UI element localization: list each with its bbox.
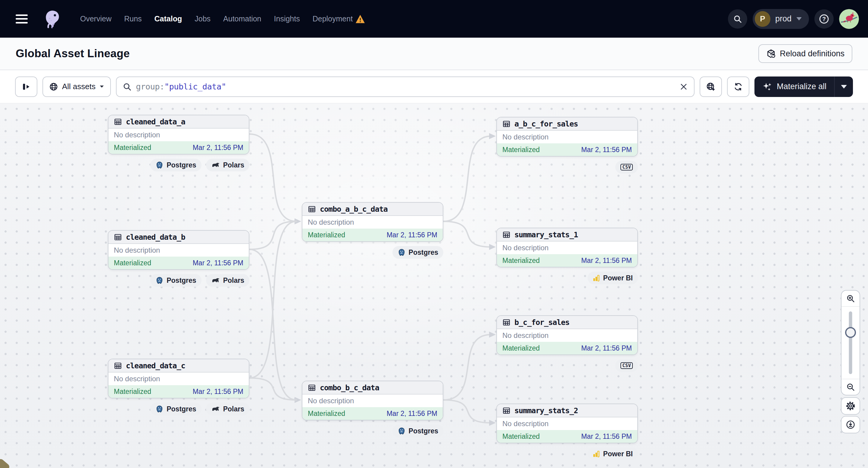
reload-definitions-label: Reload definitions xyxy=(780,49,844,58)
asset-timestamp[interactable]: Mar 2, 11:56 PM xyxy=(387,410,437,418)
polars-tag[interactable]: Polars xyxy=(206,159,249,171)
zoom-in-icon xyxy=(846,294,855,303)
table-icon xyxy=(502,231,510,239)
asset-tags-combo_a_b_c_data: Postgres xyxy=(302,246,443,259)
hamburger-menu-icon[interactable] xyxy=(16,14,28,24)
nav-item-catalog[interactable]: Catalog xyxy=(155,14,182,23)
asset-tags-cleaned_data_b: Postgres Polars xyxy=(108,274,249,287)
materialize-all-button[interactable]: Materialize all xyxy=(754,76,834,97)
asset-timestamp[interactable]: Mar 2, 11:56 PM xyxy=(387,231,437,239)
tag-label: Postgres xyxy=(166,405,196,413)
asset-status-row: Materialized Mar 2, 11:56 PM xyxy=(302,228,443,241)
deployment-switcher[interactable]: P prod xyxy=(753,9,809,29)
nav-item-overview[interactable]: Overview xyxy=(80,14,112,23)
chevron-down-icon xyxy=(796,17,802,21)
search-icon xyxy=(733,14,742,24)
edge-cleaned_data_b-to-combo_b_c_data xyxy=(249,249,297,400)
reload-definitions-button[interactable]: Reload definitions xyxy=(758,44,852,63)
deployment-warning-icon[interactable] xyxy=(355,14,365,24)
postgres-tag[interactable]: Postgres xyxy=(150,274,201,287)
dagster-logo[interactable] xyxy=(42,8,62,30)
asset-node-cleaned_data_c[interactable]: cleaned_data_c No description Materializ… xyxy=(108,359,249,399)
postgres-tag[interactable]: Postgres xyxy=(150,159,201,171)
asset-timestamp[interactable]: Mar 2, 11:56 PM xyxy=(581,344,632,352)
download-graph-button[interactable] xyxy=(841,416,860,433)
tag-label: Polars xyxy=(223,405,244,413)
graph-settings-button[interactable] xyxy=(841,397,860,415)
asset-search-input[interactable]: group:"public_data" xyxy=(116,76,694,97)
user-avatar[interactable] xyxy=(839,9,859,29)
asset-name: combo_b_c_data xyxy=(320,383,379,392)
reload-cube-icon xyxy=(766,49,776,58)
asset-status: Materialized xyxy=(308,231,345,239)
zoom-out-button[interactable] xyxy=(841,379,860,395)
asset-status: Materialized xyxy=(114,387,151,396)
edge-combo_b_c_data-to-b_c_for_sales xyxy=(443,335,491,400)
asset-timestamp[interactable]: Mar 2, 11:56 PM xyxy=(581,257,632,265)
lineage-toolbar: All assets group:"public_data" xyxy=(0,70,868,103)
asset-timestamp[interactable]: Mar 2, 11:56 PM xyxy=(193,387,243,396)
asset-timestamp[interactable]: Mar 2, 11:56 PM xyxy=(581,433,632,441)
nav-item-insights[interactable]: Insights xyxy=(274,14,300,23)
nav-item-automation[interactable]: Automation xyxy=(223,14,261,23)
asset-node-combo_b_c_data[interactable]: combo_b_c_data No description Materializ… xyxy=(302,381,443,420)
globe-icon xyxy=(49,82,58,91)
powerbi-icon xyxy=(593,274,600,282)
table-icon xyxy=(502,318,510,326)
csv-tag[interactable]: CSV xyxy=(615,359,638,372)
asset-node-summary_stats_2[interactable]: summary_stats_2 No description Materiali… xyxy=(496,404,638,443)
asset-node-b_c_for_sales[interactable]: b_c_for_sales No description Materialize… xyxy=(496,315,638,355)
polars-tag[interactable]: Polars xyxy=(206,274,249,287)
edge-arrowhead xyxy=(489,244,496,250)
tag-label: Postgres xyxy=(409,427,438,435)
nav-item-runs[interactable]: Runs xyxy=(124,14,142,23)
asset-node-summary_stats_1[interactable]: summary_stats_1 No description Materiali… xyxy=(496,228,638,268)
postgres-icon xyxy=(398,427,406,435)
asset-node-a_b_c_for_sales[interactable]: a_b_c_for_sales No description Materiali… xyxy=(496,117,638,157)
zoom-slider-track[interactable] xyxy=(849,311,852,374)
asset-description: No description xyxy=(497,131,637,143)
asset-timestamp[interactable]: Mar 2, 11:56 PM xyxy=(193,144,243,152)
open-sidebar-button[interactable] xyxy=(15,76,37,97)
asset-tags-cleaned_data_c: Postgres Polars xyxy=(108,403,249,415)
postgres-tag[interactable]: Postgres xyxy=(150,403,201,415)
asset-description: No description xyxy=(108,373,249,385)
asset-description: No description xyxy=(302,395,443,407)
help-button[interactable]: ? xyxy=(814,9,834,29)
materialize-all-label: Materialize all xyxy=(777,82,827,91)
edge-cleaned_data_a-to-combo_a_b_c_data xyxy=(249,134,297,221)
postgres-tag[interactable]: Postgres xyxy=(393,425,443,437)
powerbi-tag[interactable]: Power BI xyxy=(588,447,638,460)
clear-search-button[interactable] xyxy=(679,83,688,91)
new-asset-button[interactable] xyxy=(700,76,722,97)
global-search-button[interactable] xyxy=(728,9,747,29)
asset-description: No description xyxy=(108,129,249,141)
edge-combo_b_c_data-to-summary_stats_2 xyxy=(443,400,491,423)
table-icon xyxy=(502,407,510,415)
zoom-slider[interactable] xyxy=(841,307,860,379)
postgres-tag[interactable]: Postgres xyxy=(393,246,443,259)
zoom-slider-handle[interactable] xyxy=(845,327,856,338)
nav-item-jobs[interactable]: Jobs xyxy=(194,14,211,23)
refresh-button[interactable] xyxy=(727,76,749,97)
asset-timestamp[interactable]: Mar 2, 11:56 PM xyxy=(581,146,632,154)
asset-timestamp[interactable]: Mar 2, 11:56 PM xyxy=(193,259,243,267)
table-icon xyxy=(502,120,510,128)
nav-item-deployment[interactable]: Deployment xyxy=(313,14,353,23)
edge-cleaned_data_c-to-combo_b_c_data xyxy=(249,378,297,400)
csv-tag[interactable]: CSV xyxy=(615,161,638,174)
materialize-options-button[interactable] xyxy=(834,76,853,97)
powerbi-tag[interactable]: Power BI xyxy=(588,272,638,284)
asset-node-cleaned_data_b[interactable]: cleaned_data_b No description Materializ… xyxy=(108,230,249,270)
lineage-graph-canvas[interactable]: cleaned_data_a No description Materializ… xyxy=(0,103,868,468)
asset-name: cleaned_data_a xyxy=(126,118,185,126)
asset-scope-dropdown[interactable]: All assets xyxy=(42,76,111,97)
asset-node-cleaned_data_a[interactable]: cleaned_data_a No description Materializ… xyxy=(108,115,249,155)
close-icon xyxy=(679,83,688,91)
table-icon xyxy=(114,118,122,126)
polars-tag[interactable]: Polars xyxy=(206,403,249,415)
polars-icon xyxy=(211,277,220,284)
asset-node-combo_a_b_c_data[interactable]: combo_a_b_c_data No description Material… xyxy=(302,202,443,242)
zoom-in-button[interactable] xyxy=(841,291,860,306)
svg-text:?: ? xyxy=(822,15,826,22)
